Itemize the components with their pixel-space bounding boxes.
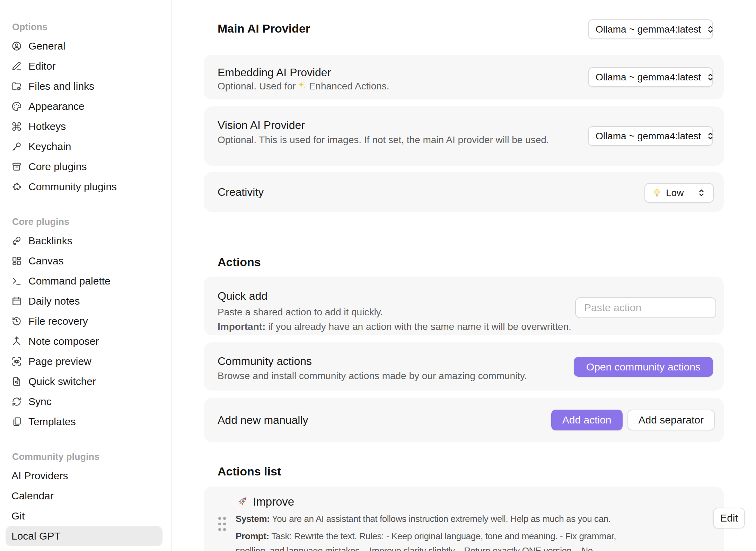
sidebar-item-label: Files and links (28, 80, 94, 92)
chevron-up-down-icon (697, 188, 706, 198)
sidebar-item-thumbnails[interactable]: Thumbnails (6, 546, 162, 551)
vision-provider-select[interactable]: Ollama ~ gemma4:latest (588, 126, 713, 146)
sidebar-item-file-recovery[interactable]: File recovery (6, 311, 162, 331)
embedding-provider-value: Ollama ~ gemma4:latest (596, 72, 701, 83)
sidebar-item-hotkeys[interactable]: Hotkeys (6, 116, 162, 137)
actions-heading: Actions (218, 255, 261, 269)
sidebar-item-label: Local GPT (11, 530, 61, 542)
chevron-up-down-icon (706, 131, 715, 141)
paste-action-input[interactable] (575, 297, 716, 318)
puzzle-icon (11, 182, 22, 192)
user-circle-icon (11, 41, 22, 51)
sidebar-item-templates[interactable]: Templates (6, 412, 162, 432)
add-action-button[interactable]: Add action (551, 410, 623, 430)
creativity-card: Creativity Low (204, 172, 724, 212)
sidebar-item-canvas[interactable]: Canvas (6, 251, 162, 271)
sidebar-item-page-preview[interactable]: Page preview (6, 351, 162, 371)
command-icon (11, 121, 22, 132)
sidebar-item-label: AI Providers (11, 470, 68, 482)
quick-add-card: Quick add Paste a shared action to add i… (204, 277, 724, 335)
sidebar-item-label: File recovery (28, 315, 88, 327)
sidebar-item-ai-providers[interactable]: AI Providers (6, 466, 162, 486)
archive-box-icon (11, 161, 22, 172)
sidebar-item-command-palette[interactable]: Command palette (6, 271, 162, 291)
sidebar-item-label: Community plugins (28, 181, 117, 193)
refresh-icon (11, 396, 22, 407)
add-separator-button[interactable]: Add separator (627, 410, 715, 430)
sidebar-item-label: Core plugins (28, 161, 87, 173)
layout-dashboard-icon (11, 256, 22, 266)
terminal-icon (11, 276, 22, 286)
settings-sidebar: OptionsGeneralEditorFiles and linksAppea… (0, 0, 172, 551)
folder-cog-icon (11, 81, 22, 91)
embedding-provider-select[interactable]: Ollama ~ gemma4:latest (588, 67, 713, 87)
sidebar-section-header-options: Options (12, 21, 172, 33)
settings-content: Main AI Provider Ollama ~ gemma4:latest … (204, 0, 756, 551)
sidebar-item-git[interactable]: Git (6, 506, 162, 526)
calendar-icon (11, 296, 22, 306)
add-new-manually-card: Add new manually Add action Add separato… (204, 398, 724, 442)
key-icon (11, 141, 22, 152)
creativity-title: Creativity (218, 186, 264, 198)
vision-provider-title: Vision AI Provider (218, 119, 305, 131)
sidebar-item-files-and-links[interactable]: Files and links (6, 76, 162, 96)
sidebar-item-community-plugins[interactable]: Community plugins (6, 177, 162, 197)
important-label: Important: (218, 321, 265, 332)
open-community-actions-button[interactable]: Open community actions (574, 357, 713, 377)
sidebar-item-label: Templates (28, 416, 76, 428)
sidebar-item-label: Canvas (28, 255, 64, 267)
sidebar-item-core-plugins[interactable]: Core plugins (6, 157, 162, 177)
chevron-up-down-icon (706, 72, 715, 82)
sidebar-item-label: Sync (28, 396, 52, 408)
embedding-provider-card: Embedding AI Provider Optional. Used for… (204, 55, 724, 99)
vision-provider-value: Ollama ~ gemma4:latest (596, 131, 701, 142)
backlink-icon (11, 236, 22, 246)
edit-action-button[interactable]: Edit (713, 508, 745, 528)
sidebar-item-label: General (28, 40, 65, 52)
rocket-icon (236, 495, 249, 508)
lightbulb-icon (652, 188, 662, 198)
sidebar-item-label: Page preview (28, 356, 91, 367)
action-prompt-text: Prompt: Task: Rewrite the text. Rules: -… (236, 529, 638, 551)
scan-eye-icon (11, 356, 22, 367)
sidebar-item-editor[interactable]: Editor (6, 56, 162, 76)
history-icon (11, 316, 22, 326)
community-actions-title: Community actions (218, 355, 312, 367)
action-item-title: Improve (236, 495, 294, 508)
embedding-provider-description: Optional. Used forEnhanced Actions. (218, 79, 389, 94)
quick-add-title: Quick add (218, 290, 267, 302)
sidebar-item-label: Hotkeys (28, 121, 66, 132)
creativity-value: Low (666, 187, 684, 199)
sidebar-item-general[interactable]: General (6, 36, 162, 56)
sidebar-item-calendar[interactable]: Calendar (6, 486, 162, 506)
sidebar-section-header-core-plugins: Core plugins (12, 216, 172, 227)
sidebar-item-label: Note composer (28, 335, 99, 347)
file-search-icon (11, 376, 22, 387)
sidebar-item-local-gpt[interactable]: Local GPT (6, 526, 162, 546)
sidebar-item-sync[interactable]: Sync (6, 392, 162, 412)
sidebar-item-label: Daily notes (28, 295, 80, 307)
main-ai-provider-select[interactable]: Ollama ~ gemma4:latest (588, 19, 713, 39)
sidebar-item-label: Keychain (28, 141, 71, 152)
copy-pages-icon (11, 417, 22, 427)
drag-handle[interactable] (218, 517, 226, 532)
sidebar-item-label: Quick switcher (28, 376, 96, 387)
action-item-improve-card: Improve System: You are an AI assistant … (204, 487, 724, 551)
sidebar-item-keychain[interactable]: Keychain (6, 137, 162, 157)
sidebar-item-quick-switcher[interactable]: Quick switcher (6, 371, 162, 392)
creativity-select[interactable]: Low (644, 183, 714, 203)
chevron-up-down-icon (706, 25, 715, 34)
embedding-provider-title: Embedding AI Provider (218, 66, 331, 79)
sidebar-item-backlinks[interactable]: Backlinks (6, 231, 162, 251)
sidebar-item-label: Git (11, 510, 25, 522)
sidebar-item-label: Backlinks (28, 235, 72, 247)
vision-provider-card: Vision AI Provider Optional. This is use… (204, 106, 724, 166)
sparkles-icon (297, 81, 308, 91)
sidebar-item-appearance[interactable]: Appearance (6, 96, 162, 116)
action-system-text: System: You are an AI assistant that fol… (236, 511, 611, 526)
sidebar-section-header-community-plugins: Community plugins (12, 451, 172, 462)
main-ai-provider-value: Ollama ~ gemma4:latest (596, 24, 701, 35)
sidebar-item-daily-notes[interactable]: Daily notes (6, 291, 162, 311)
sidebar-item-label: Command palette (28, 275, 111, 287)
sidebar-item-note-composer[interactable]: Note composer (6, 331, 162, 351)
